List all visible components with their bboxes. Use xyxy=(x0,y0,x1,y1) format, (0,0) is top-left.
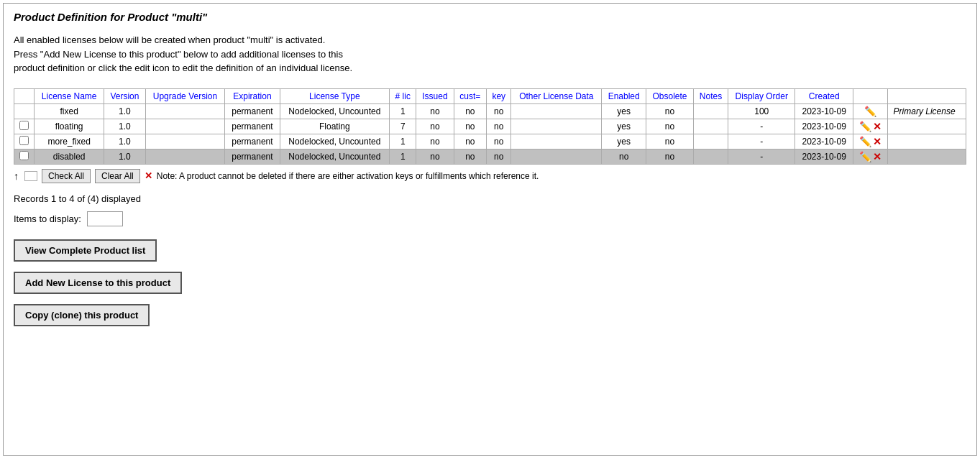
cell-enabled: no xyxy=(602,149,646,164)
cell-key: no xyxy=(487,134,511,149)
cell-upgrade-version xyxy=(145,149,225,164)
edit-icon[interactable]: ✏️ xyxy=(859,121,871,132)
cell-version: 1.0 xyxy=(104,134,145,149)
delete-icon[interactable]: ✕ xyxy=(873,121,881,132)
check-all-button[interactable]: Check All xyxy=(42,169,91,183)
cell-enabled: yes xyxy=(602,103,646,119)
row-checkbox[interactable] xyxy=(19,136,29,145)
cell-actions: ✏️ xyxy=(853,103,887,119)
copy-product-button[interactable]: Copy (clone) this product xyxy=(14,304,150,326)
cell-obsolete: no xyxy=(646,119,694,134)
cell-num-lic: 7 xyxy=(390,119,416,134)
cell-obsolete: no xyxy=(646,103,694,119)
cell-obsolete: no xyxy=(646,134,694,149)
items-display-input[interactable]: 20 xyxy=(87,211,123,226)
cell-issued: no xyxy=(416,134,454,149)
cell-notes xyxy=(694,103,728,119)
cell-num-lic: 1 xyxy=(390,134,416,149)
delete-icon[interactable]: ✕ xyxy=(873,151,881,162)
clear-all-button[interactable]: Clear All xyxy=(95,169,140,183)
col-extra xyxy=(887,88,966,103)
col-actions xyxy=(853,88,887,103)
cell-primary-label xyxy=(887,149,966,164)
row-checkbox[interactable] xyxy=(19,121,29,130)
col-upgrade-version: Upgrade Version xyxy=(145,88,225,103)
cell-cust: no xyxy=(454,119,486,134)
cell-expiration: permanent xyxy=(225,134,280,149)
col-license-name: License Name xyxy=(35,88,104,103)
cell-num-lic: 1 xyxy=(390,149,416,164)
row-checkbox-cell xyxy=(14,149,35,164)
col-notes: Notes xyxy=(694,88,728,103)
cell-notes xyxy=(694,119,728,134)
cell-license-name: floating xyxy=(35,119,104,134)
edit-icon[interactable]: ✏️ xyxy=(864,106,876,117)
col-key: key xyxy=(487,88,511,103)
cell-display-order: - xyxy=(728,119,795,134)
cell-upgrade-version xyxy=(145,119,225,134)
page-title: Product Definition for Product "multi" xyxy=(14,11,966,23)
cell-key: no xyxy=(487,119,511,134)
cell-license-type: Nodelocked, Uncounted xyxy=(280,134,390,149)
cell-license-name: more_fixed xyxy=(35,134,104,149)
cell-cust: no xyxy=(454,134,486,149)
cell-issued: no xyxy=(416,149,454,164)
table-wrapper: License Name Version Upgrade Version Exp… xyxy=(14,88,966,165)
col-created: Created xyxy=(795,88,853,103)
cell-enabled: yes xyxy=(602,119,646,134)
edit-icon[interactable]: ✏️ xyxy=(859,136,871,147)
table-controls: ↑ Check All Clear All ✕ Note: A product … xyxy=(14,169,966,183)
cell-version: 1.0 xyxy=(104,103,145,119)
col-obsolete: Obsolete xyxy=(646,88,694,103)
cell-display-order: - xyxy=(728,134,795,149)
cell-version: 1.0 xyxy=(104,119,145,134)
cell-display-order: 100 xyxy=(728,103,795,119)
cell-license-type: Floating xyxy=(280,119,390,134)
cell-key: no xyxy=(487,149,511,164)
cell-notes xyxy=(694,149,728,164)
cell-created: 2023-10-09 xyxy=(795,134,853,149)
description-line-3: product definition or click the edit ico… xyxy=(14,61,966,75)
delete-icon[interactable]: ✕ xyxy=(873,136,881,147)
cell-cust: no xyxy=(454,149,486,164)
cell-created: 2023-10-09 xyxy=(795,103,853,119)
cell-license-type: Nodelocked, Uncounted xyxy=(280,103,390,119)
view-product-list-button[interactable]: View Complete Product list xyxy=(14,239,157,262)
cell-other-data xyxy=(511,119,602,134)
row-checkbox-cell xyxy=(14,134,35,149)
cell-expiration: permanent xyxy=(225,149,280,164)
cell-created: 2023-10-09 xyxy=(795,119,853,134)
row-checkbox[interactable] xyxy=(19,151,29,160)
items-display-label: Items to display: xyxy=(14,213,81,224)
col-display-order: Display Order xyxy=(728,88,795,103)
cell-primary-label xyxy=(887,134,966,149)
cell-issued: no xyxy=(416,103,454,119)
cell-upgrade-version xyxy=(145,103,225,119)
add-new-license-button[interactable]: Add New License to this product xyxy=(14,272,182,294)
edit-icon[interactable]: ✏️ xyxy=(859,151,871,162)
cell-created: 2023-10-09 xyxy=(795,149,853,164)
cell-actions: ✏️✕ xyxy=(853,134,887,149)
cell-display-order: - xyxy=(728,149,795,164)
cell-other-data xyxy=(511,134,602,149)
licenses-table: License Name Version Upgrade Version Exp… xyxy=(14,88,966,165)
row-checkbox-cell xyxy=(14,103,35,119)
cell-expiration: permanent xyxy=(225,119,280,134)
description-line-2: Press "Add New License to this product" … xyxy=(14,47,966,62)
page-container: Product Definition for Product "multi" A… xyxy=(3,3,977,456)
note-text: Note: A product cannot be deleted if the… xyxy=(157,171,539,181)
cell-actions: ✏️✕ xyxy=(853,119,887,134)
col-cust: cust= xyxy=(454,88,486,103)
cell-notes xyxy=(694,134,728,149)
col-issued: Issued xyxy=(416,88,454,103)
items-display-row: Items to display: 20 xyxy=(14,211,966,226)
cell-key: no xyxy=(487,103,511,119)
cell-upgrade-version xyxy=(145,134,225,149)
cell-license-type: Nodelocked, Uncounted xyxy=(280,149,390,164)
description: All enabled licenses below will be creat… xyxy=(14,33,966,75)
cell-version: 1.0 xyxy=(104,149,145,164)
col-other-data: Other License Data xyxy=(511,88,602,103)
col-checkbox xyxy=(14,88,35,103)
cell-cust: no xyxy=(454,103,486,119)
cell-expiration: permanent xyxy=(225,103,280,119)
